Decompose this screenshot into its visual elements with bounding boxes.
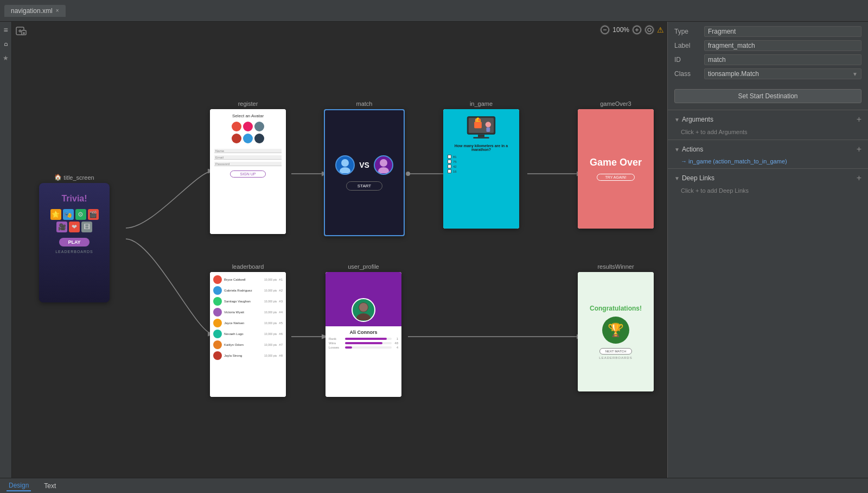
svg-point-5 bbox=[646, 26, 653, 34]
svg-point-16 bbox=[380, 159, 387, 167]
deep-links-add-button[interactable]: + bbox=[857, 173, 861, 183]
actions-label: Actions bbox=[682, 146, 703, 153]
canvas-area: 100% ⚠ � bbox=[12, 22, 667, 477]
node-user-profile[interactable]: user_profile Ali Connors Rank 1 Wi bbox=[326, 263, 401, 397]
set-start-destination-button[interactable]: Set Start Destination bbox=[674, 89, 861, 103]
sidebar-item-bookmark[interactable]: ★ bbox=[1, 53, 11, 63]
svg-point-30 bbox=[356, 313, 371, 320]
leaderboard-card[interactable]: Bryce Caldwell10,000 pts#1 Gabriela Rodr… bbox=[210, 272, 286, 397]
svg-point-14 bbox=[341, 159, 349, 167]
arguments-add-button[interactable]: + bbox=[857, 115, 861, 124]
gameover-card[interactable]: Game Over TRY AGAIN! bbox=[578, 109, 654, 229]
tab-text[interactable]: Text bbox=[42, 481, 58, 491]
svg-rect-22 bbox=[474, 122, 482, 128]
tab-design[interactable]: Design bbox=[7, 481, 31, 491]
register-card[interactable]: Select an Avatar Name Email Password SIG… bbox=[210, 109, 286, 234]
node-results-winner[interactable]: resultsWinner Congratulations! 🏆 NEXT MA… bbox=[578, 263, 654, 391]
label-input[interactable] bbox=[704, 40, 861, 51]
sidebar-item-destinations[interactable]: D bbox=[1, 39, 11, 49]
class-row: Class tionsample.Match ▼ bbox=[674, 68, 861, 79]
actions-section-header[interactable]: ▼ Actions + bbox=[668, 142, 868, 156]
node-gameover[interactable]: gameOver3 Game Over TRY AGAIN! bbox=[578, 100, 654, 229]
arguments-label: Arguments bbox=[682, 116, 713, 123]
svg-rect-20 bbox=[478, 135, 484, 137]
user-profile-card[interactable]: Ali Connors Rank 1 Wins 48 Losses bbox=[326, 272, 401, 397]
svg-point-6 bbox=[648, 28, 651, 31]
divider-1 bbox=[668, 110, 868, 110]
svg-rect-28 bbox=[486, 127, 490, 132]
warn-icon: ⚠ bbox=[657, 26, 664, 34]
title-screen-card[interactable]: Trivia! 🌟 🎭 ⚙ 🎬 🎥 ❤ 🎞 PLAY LEADERBOARDS bbox=[39, 183, 110, 302]
type-row: Type Fragment bbox=[674, 26, 861, 37]
zoom-controls: 100% ⚠ bbox=[600, 25, 664, 35]
deep-links-collapse-icon: ▼ bbox=[674, 175, 680, 181]
node-title-screen[interactable]: 🏠 title_screen Trivia! 🌟 🎭 ⚙ 🎬 🎥 ❤ 🎞 PLA… bbox=[39, 174, 110, 302]
home-icon: 🏠 bbox=[54, 174, 62, 181]
action-item[interactable]: → in_game (action_match_to_in_game) bbox=[668, 156, 868, 166]
zoom-level: 100% bbox=[612, 26, 629, 34]
svg-point-15 bbox=[340, 167, 350, 173]
svg-point-17 bbox=[378, 167, 389, 173]
match-card[interactable]: VS START bbox=[324, 109, 405, 236]
node-match[interactable]: match VS START bbox=[324, 100, 405, 236]
nav-arrows bbox=[12, 22, 667, 477]
tab-label: navigation.xml bbox=[11, 7, 53, 15]
zoom-in-button[interactable] bbox=[632, 25, 642, 35]
type-value: Fragment bbox=[704, 26, 861, 37]
arguments-hint: Click + to add Arguments bbox=[668, 127, 868, 137]
zoom-fit-button[interactable] bbox=[644, 25, 654, 35]
top-bar: navigation.xml × bbox=[0, 0, 868, 22]
results-winner-card[interactable]: Congratulations! 🏆 NEXT MATCH LEADERBOAR… bbox=[578, 272, 654, 391]
svg-point-27 bbox=[486, 122, 491, 127]
svg-point-13 bbox=[406, 172, 410, 176]
bottom-bar: Design Text bbox=[0, 478, 868, 493]
left-sidebar: ≡ D ★ bbox=[0, 22, 12, 493]
divider-3 bbox=[668, 168, 868, 169]
svg-point-26 bbox=[478, 118, 481, 121]
node-register[interactable]: register Select an Avatar Name Email Pas… bbox=[210, 100, 286, 234]
deep-links-label: Deep Links bbox=[682, 174, 714, 182]
tab-close-icon[interactable]: × bbox=[56, 8, 59, 14]
attributes-table: Type Fragment Label ID Class tionsample.… bbox=[668, 22, 868, 87]
zoom-out-button[interactable] bbox=[600, 25, 610, 35]
dropdown-arrow-icon: ▼ bbox=[852, 71, 858, 77]
svg-rect-21 bbox=[473, 137, 489, 138]
id-input[interactable] bbox=[704, 54, 861, 65]
class-dropdown[interactable]: tionsample.Match ▼ bbox=[704, 68, 861, 79]
arguments-collapse-icon: ▼ bbox=[674, 117, 680, 123]
sidebar-item-menu[interactable]: ≡ bbox=[1, 25, 11, 35]
label-row: Label bbox=[674, 40, 861, 51]
deep-links-section-header[interactable]: ▼ Deep Links + bbox=[668, 171, 868, 185]
in-game-card[interactable]: How many kilometers are in a marathon? 8… bbox=[443, 109, 519, 229]
svg-point-31 bbox=[359, 303, 368, 312]
node-leaderboard[interactable]: leaderboard Bryce Caldwell10,000 pts#1 G… bbox=[210, 263, 286, 397]
id-row: ID bbox=[674, 54, 861, 65]
actions-collapse-icon: ▼ bbox=[674, 147, 680, 153]
divider-2 bbox=[668, 140, 868, 140]
new-destination-button[interactable] bbox=[15, 25, 27, 40]
node-in-game[interactable]: in_game Ho bbox=[443, 100, 519, 229]
right-panel: Attributes ⚙ ▼ Type Fragment Label ID Cl… bbox=[667, 0, 868, 493]
actions-add-button[interactable]: + bbox=[857, 144, 861, 154]
file-tab[interactable]: navigation.xml × bbox=[4, 5, 66, 17]
arguments-section-header[interactable]: ▼ Arguments + bbox=[668, 112, 868, 127]
deep-links-hint: Click + to add Deep Links bbox=[668, 185, 868, 196]
